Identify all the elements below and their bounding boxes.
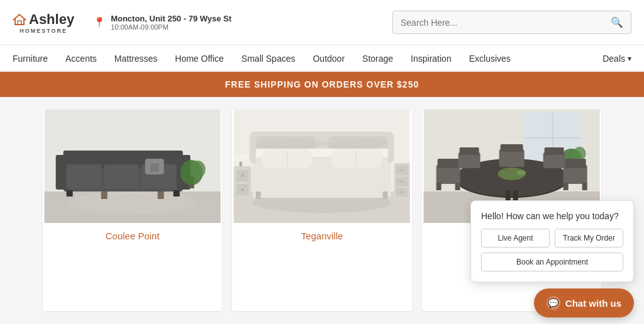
- svg-rect-38: [383, 191, 388, 199]
- banner-text: FREE SHIPPING ON ORDERS OVER $250: [225, 79, 419, 89]
- svg-rect-72: [564, 159, 586, 168]
- svg-rect-16: [67, 164, 101, 188]
- svg-point-50: [401, 169, 402, 171]
- chat-cta-icon: 💬: [547, 296, 560, 310]
- main-nav: Furniture Accents Mattresses Home Office…: [0, 45, 644, 72]
- product-image-sofa: [43, 110, 222, 223]
- logo-name: Ashley: [13, 11, 74, 28]
- live-agent-button[interactable]: Live Agent: [481, 229, 550, 248]
- svg-point-51: [401, 181, 402, 183]
- svg-point-23: [191, 161, 206, 178]
- product-image-bed: [232, 110, 411, 223]
- store-details: Moncton, Unit 250 - 79 Wyse St 10:00AM-0…: [111, 14, 231, 31]
- svg-rect-15: [174, 190, 180, 197]
- svg-point-60: [573, 147, 586, 161]
- promo-banner: FREE SHIPPING ON ORDERS OVER $250: [0, 72, 644, 97]
- svg-rect-6: [101, 190, 108, 199]
- brand-name: Ashley: [29, 11, 74, 28]
- chat-popup-question: Hello! How can we help you today?: [481, 211, 623, 221]
- location-icon: 📍: [93, 16, 106, 28]
- nav-item-exclusives[interactable]: Exclusives: [469, 54, 511, 64]
- chat-popup-row-1: Live Agent Track My Order: [481, 229, 623, 248]
- svg-rect-73: [563, 183, 568, 190]
- nav-items: Furniture Accents Mattresses Home Office…: [13, 54, 602, 64]
- nav-item-inspiration[interactable]: Inspiration: [411, 54, 452, 64]
- chat-popup-row-2: Book an Appointment: [481, 253, 623, 271]
- svg-point-52: [401, 191, 402, 193]
- nav-item-accents[interactable]: Accents: [65, 54, 97, 64]
- nav-item-home-office[interactable]: Home Office: [175, 54, 224, 64]
- search-bar[interactable]: 🔍: [392, 11, 631, 34]
- chat-widget: Hello! How can we help you today? Live A…: [470, 200, 634, 317]
- svg-rect-79: [499, 149, 524, 167]
- product-card-teganville: Teganville: [232, 110, 411, 311]
- deals-label: Deals: [602, 54, 625, 64]
- nav-item-small-spaces[interactable]: Small Spaces: [242, 54, 296, 64]
- svg-rect-76: [459, 147, 479, 155]
- product-name-teganville[interactable]: Teganville: [296, 223, 348, 246]
- product-name-coulee-point[interactable]: Coulee Point: [101, 223, 165, 246]
- search-input[interactable]: [401, 18, 611, 28]
- svg-rect-78: [544, 147, 564, 155]
- chat-popup-buttons: Live Agent Track My Order Book an Appoin…: [481, 229, 623, 271]
- deals-menu[interactable]: Deals ▾: [602, 54, 631, 64]
- svg-rect-69: [436, 183, 441, 190]
- nav-item-furniture[interactable]: Furniture: [13, 54, 48, 64]
- svg-marker-0: [14, 14, 25, 25]
- svg-rect-14: [67, 190, 73, 197]
- svg-rect-74: [582, 183, 587, 190]
- svg-point-42: [242, 174, 244, 177]
- store-info[interactable]: 📍 Moncton, Unit 250 - 79 Wyse St 10:00AM…: [93, 14, 231, 31]
- track-order-button[interactable]: Track My Order: [555, 229, 623, 248]
- chat-cta-button[interactable]: 💬 Chat with us: [534, 288, 634, 317]
- nav-item-mattresses[interactable]: Mattresses: [114, 54, 157, 64]
- logo-area[interactable]: Ashley HOMESTORE: [13, 11, 74, 34]
- svg-rect-80: [500, 144, 523, 152]
- svg-rect-68: [437, 159, 458, 168]
- svg-rect-17: [104, 164, 139, 188]
- svg-rect-20: [150, 163, 159, 172]
- svg-point-43: [242, 188, 244, 191]
- svg-point-66: [516, 170, 526, 175]
- book-appointment-button[interactable]: Book an Appointment: [481, 253, 623, 271]
- brand-sub: HOMESTORE: [19, 28, 67, 34]
- store-name: Moncton, Unit 250 - 79 Wyse St: [111, 14, 231, 23]
- chevron-down-icon: ▾: [628, 54, 631, 63]
- nav-item-storage[interactable]: Storage: [362, 54, 393, 64]
- search-icon[interactable]: 🔍: [611, 16, 623, 28]
- store-hours: 10:00AM-09:00PM: [111, 23, 231, 31]
- product-card-coulee-point: Coulee Point: [43, 110, 222, 311]
- chat-cta-label: Chat with us: [565, 298, 621, 309]
- svg-rect-70: [455, 183, 460, 190]
- house-icon: [13, 13, 26, 26]
- svg-rect-37: [256, 191, 261, 199]
- chat-popup: Hello! How can we help you today? Live A…: [470, 200, 634, 282]
- svg-point-45: [233, 154, 248, 162]
- svg-rect-7: [158, 190, 164, 199]
- nav-item-outdoor[interactable]: Outdoor: [313, 54, 345, 64]
- logo: Ashley HOMESTORE: [13, 11, 74, 34]
- header: Ashley HOMESTORE 📍 Moncton, Unit 250 - 7…: [0, 0, 644, 45]
